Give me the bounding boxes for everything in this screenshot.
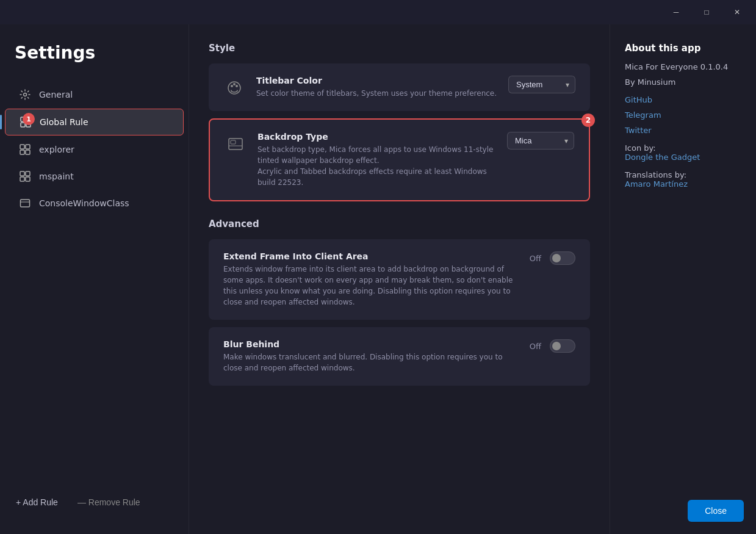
svg-rect-7 xyxy=(20,150,24,154)
extend-frame-control: Off xyxy=(530,251,575,265)
extend-frame-desc: Extends window frame into its client are… xyxy=(223,264,519,308)
blur-behind-desc: Make windows translucent and blurred. Di… xyxy=(223,352,519,373)
svg-rect-9 xyxy=(20,171,24,176)
badge-2: 2 xyxy=(581,114,595,127)
explorer-icon xyxy=(20,144,31,155)
svg-point-18 xyxy=(236,85,238,87)
blur-behind-control: Off xyxy=(530,339,575,353)
extend-frame-title: Extend Frame Into Client Area xyxy=(223,251,519,261)
sidebar-item-consolewindowclass[interactable]: ConsoleWindowClass xyxy=(5,190,184,216)
blur-behind-content: Blur Behind Make windows translucent and… xyxy=(223,339,519,373)
sidebar-item-global-rule-label: Global Rule xyxy=(40,117,88,127)
github-link[interactable]: GitHub xyxy=(625,95,741,104)
extend-frame-toggle-label: Off xyxy=(530,254,541,263)
global-rule-icon-wrapper: 1 xyxy=(20,117,31,128)
sidebar: Settings General xyxy=(0,24,189,534)
titlebar-color-card: Titlebar Color Set color theme of titleb… xyxy=(209,63,590,111)
extend-frame-toggle[interactable] xyxy=(550,251,575,265)
svg-rect-20 xyxy=(231,140,236,144)
advanced-section-title: Advanced xyxy=(209,218,590,229)
backdrop-type-title: Backdrop Type xyxy=(257,132,496,142)
backdrop-type-card: 2 Backdrop Type Set backdrop type, Mica … xyxy=(209,118,590,201)
svg-point-17 xyxy=(233,83,236,85)
titlebar-color-dropdown[interactable]: System Dark Light xyxy=(508,76,575,93)
palette-icon xyxy=(223,77,245,99)
blur-behind-title: Blur Behind xyxy=(223,339,519,349)
remove-rule-button[interactable]: — Remove Rule xyxy=(71,493,146,512)
advanced-section: Advanced Extend Frame Into Client Area E… xyxy=(209,218,590,386)
titlebar-color-content: Titlebar Color Set color theme of titleb… xyxy=(256,76,497,99)
gear-icon xyxy=(20,89,31,100)
svg-point-16 xyxy=(231,85,233,87)
titlebar-close-button[interactable]: ✕ xyxy=(723,2,751,22)
extend-frame-card: Extend Frame Into Client Area Extends wi… xyxy=(209,239,590,320)
sidebar-bottom: + Add Rule — Remove Rule xyxy=(0,483,189,522)
icon-by-link[interactable]: Dongle the Gadget xyxy=(625,153,741,162)
sidebar-item-global-rule[interactable]: 1 Global Rule xyxy=(5,109,184,135)
svg-point-0 xyxy=(24,93,27,96)
titlebar-color-desc: Set color theme of titlebars, System use… xyxy=(256,88,497,99)
sidebar-item-general-label: General xyxy=(39,90,73,99)
svg-rect-5 xyxy=(20,145,24,149)
about-title: About this app xyxy=(625,43,741,54)
mspaint-icon xyxy=(20,171,31,182)
sidebar-item-explorer[interactable]: explorer xyxy=(5,137,184,162)
maximize-button[interactable]: □ xyxy=(693,2,721,22)
svg-rect-8 xyxy=(26,150,30,154)
app-body: Settings General xyxy=(0,24,756,534)
titlebar-color-control: System Dark Light xyxy=(508,76,575,93)
close-button[interactable]: Close xyxy=(688,500,744,522)
sidebar-item-mspaint-label: mspaint xyxy=(39,171,74,181)
add-rule-button[interactable]: + Add Rule xyxy=(10,493,64,512)
blur-behind-card: Blur Behind Make windows translucent and… xyxy=(209,327,590,386)
sidebar-item-mspaint[interactable]: mspaint xyxy=(5,164,184,189)
backdrop-type-control: Mica Acrylic Tabbed None xyxy=(507,132,574,150)
backdrop-type-dropdown[interactable]: Mica Acrylic Tabbed None xyxy=(507,132,574,150)
sidebar-item-explorer-label: explorer xyxy=(39,145,74,154)
titlebar-color-title: Titlebar Color xyxy=(256,76,497,85)
translations-by-link[interactable]: Amaro Martínez xyxy=(625,179,741,189)
titlebar: ─ □ ✕ xyxy=(0,0,756,24)
window-icon xyxy=(20,198,31,209)
translations-by-label: Translations by: Amaro Martínez xyxy=(625,170,741,189)
backdrop-type-dropdown-wrapper: Mica Acrylic Tabbed None xyxy=(507,132,574,150)
svg-rect-10 xyxy=(26,171,30,176)
style-section-title: Style xyxy=(209,43,590,54)
sidebar-item-general[interactable]: General xyxy=(5,82,184,107)
svg-rect-13 xyxy=(21,200,30,207)
extend-frame-content: Extend Frame Into Client Area Extends wi… xyxy=(223,251,519,308)
titlebar-color-dropdown-wrapper: System Dark Light xyxy=(508,76,575,93)
right-panel: About this app Mica For Everyone 0.1.0.4… xyxy=(610,24,756,534)
svg-rect-6 xyxy=(26,145,30,149)
svg-rect-12 xyxy=(26,177,30,181)
about-app-name: Mica For Everyone 0.1.0.4 xyxy=(625,61,741,74)
badge-1: 1 xyxy=(23,113,35,125)
blur-behind-toggle-label: Off xyxy=(530,342,541,351)
app-title: Settings xyxy=(0,37,189,81)
backdrop-icon xyxy=(225,133,247,155)
main-content: Style Titlebar Color Set color theme of … xyxy=(189,24,610,534)
minimize-button[interactable]: ─ xyxy=(662,2,690,22)
about-author: By Minusium xyxy=(625,76,741,89)
svg-rect-11 xyxy=(20,177,24,181)
icon-by-label: Icon by: Dongle the Gadget xyxy=(625,143,741,162)
blur-behind-toggle[interactable] xyxy=(550,339,575,353)
backdrop-type-desc: Set backdrop type, Mica forces all apps … xyxy=(257,144,496,188)
sidebar-item-consolewindowclass-label: ConsoleWindowClass xyxy=(39,198,129,208)
telegram-link[interactable]: Telegram xyxy=(625,110,741,120)
twitter-link[interactable]: Twitter xyxy=(625,126,741,135)
backdrop-type-content: Backdrop Type Set backdrop type, Mica fo… xyxy=(257,132,496,188)
